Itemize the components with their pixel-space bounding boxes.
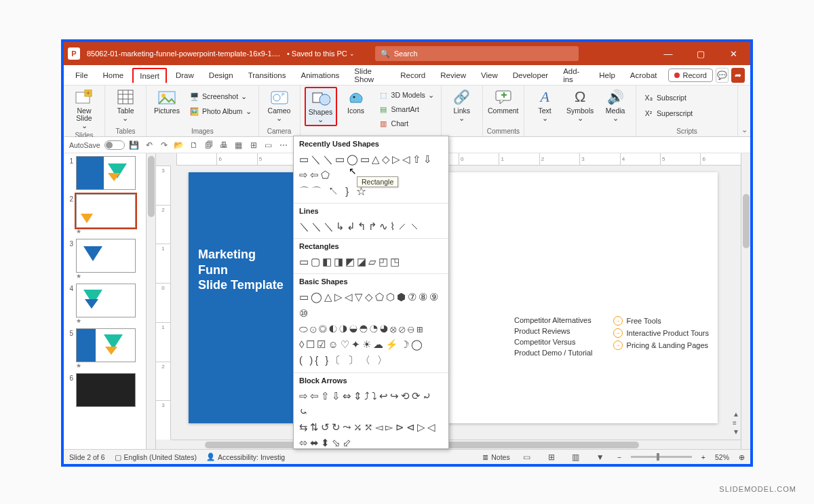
qat-icon[interactable]: 🗐	[204, 140, 214, 151]
share-button[interactable]: ➦	[731, 68, 745, 83]
save-status[interactable]: • Saved to this PC ⌄	[287, 50, 355, 58]
collapse-ribbon-button[interactable]: ⌄	[738, 85, 750, 136]
autosave-toggle[interactable]	[104, 140, 125, 150]
shape-items[interactable]: ▭◯△▷◁▽◇⬠⬡⬢⑦⑧⑨⑩	[299, 289, 443, 321]
fit-button[interactable]: ⊕	[739, 453, 745, 461]
smartart-button[interactable]: ▤SmartArt	[375, 102, 437, 116]
comment-button[interactable]: Comment	[487, 87, 520, 116]
shape-items[interactable]: ◊☐☑☺♡✦☀☁⚡☽◯	[299, 336, 443, 352]
record-button[interactable]: Record	[668, 69, 712, 82]
thumb-5[interactable]: 5★	[64, 328, 146, 369]
qat-icon[interactable]: ⊞	[248, 140, 259, 151]
view-reading[interactable]: ▥	[568, 452, 583, 463]
tab-animations[interactable]: Animations	[294, 69, 345, 82]
pictures-button[interactable]: Pictures	[151, 87, 183, 116]
text-button[interactable]: A Text⌄	[528, 87, 561, 123]
shape-items[interactable]: ( ){ }〔 〕〈 〉	[299, 352, 443, 368]
3d-models-button[interactable]: ⬚3D Models ⌄	[375, 88, 437, 102]
slide-thumbnails: 1 2★ 3★ 4★ 5★ 6	[64, 153, 147, 449]
qat-more[interactable]: ⋯	[278, 140, 289, 151]
horizontal-scrollbar[interactable]	[171, 440, 741, 449]
tab-transitions[interactable]: Transitions	[242, 69, 292, 82]
chart-button[interactable]: ▥Chart	[375, 117, 437, 130]
thumb-2[interactable]: 2★	[64, 194, 146, 235]
qat-icon[interactable]: 🗋	[189, 140, 199, 151]
table-button[interactable]: Table⌄	[109, 87, 142, 123]
superscript-button[interactable]: X²Superscript	[640, 106, 695, 120]
photo-album-button[interactable]: 🖼️Photo Album ⌄	[186, 104, 254, 118]
tab-developer[interactable]: Developer	[507, 69, 554, 82]
tab-help[interactable]: Help	[593, 69, 621, 82]
svg-rect-4	[118, 90, 133, 104]
language-indicator[interactable]: ▢ English (United States)	[115, 453, 197, 461]
thumbnail-scrollbar[interactable]	[147, 153, 156, 449]
view-normal[interactable]: ▭	[520, 452, 535, 463]
ribbon-group-text: A Text⌄ Ω Symbols⌄ 🔊 Media⌄	[524, 85, 636, 136]
tab-acrobat[interactable]: Acrobat	[624, 69, 663, 82]
view-sorter[interactable]: ⊞	[544, 452, 559, 463]
thumb-1[interactable]: 1	[64, 156, 146, 190]
tab-insert[interactable]: Insert	[132, 68, 167, 83]
save-icon[interactable]: 💾	[129, 140, 140, 151]
zoom-in[interactable]: +	[701, 453, 705, 461]
shape-items[interactable]: ⇆⇅↺↻⤳⤰⤱◅▻⊳⊲▷◁	[299, 419, 443, 435]
shape-items[interactable]: ▭▢◧◨◩◪▱◰◳	[299, 254, 443, 269]
symbols-button[interactable]: Ω Symbols⌄	[564, 87, 596, 123]
new-slide-button[interactable]: New Slide⌄	[68, 87, 100, 131]
ribbon-tabs: File Home Insert Draw Design Transitions…	[64, 65, 750, 85]
tab-addins[interactable]: Add-ins	[557, 64, 590, 86]
zoom-slider[interactable]	[631, 456, 692, 458]
shape-items[interactable]: ⬭⊙◎◐◑◒◓◔◕⊗⊘⊖⊞	[299, 321, 443, 336]
thumb-3[interactable]: 3★	[64, 239, 146, 279]
zoom-level[interactable]: 52%	[715, 453, 729, 461]
cameo-button[interactable]: P Cameo⌄	[263, 87, 296, 123]
thumb-6[interactable]: 6	[64, 373, 146, 407]
links-button[interactable]: 🔗 Links⌄	[446, 87, 478, 123]
redo-icon[interactable]: ↷	[159, 140, 170, 151]
screenshot-button[interactable]: 🖥️Screenshot ⌄	[186, 90, 254, 103]
qat-icon[interactable]: 🖶	[218, 140, 229, 151]
tab-file[interactable]: File	[69, 69, 94, 82]
shape-items[interactable]: ＼＼＼↳↲↰↱∿⌇⟋⟍	[299, 218, 443, 234]
shape-items[interactable]: ⬄⬌⬍⬂⬃	[299, 435, 443, 449]
arrow-icon: →	[613, 328, 623, 338]
comments-pane-button[interactable]: 💬	[716, 68, 729, 83]
svg-point-15	[319, 94, 330, 105]
shapes-cat-basic: Basic Shapes	[299, 277, 443, 286]
qat-icon[interactable]: ▭	[263, 140, 274, 151]
smartart-icon: ▤	[378, 104, 389, 115]
qat-icon[interactable]: ▦	[233, 140, 244, 151]
vertical-ruler: 3210123	[156, 166, 171, 440]
icons-button[interactable]: Icons	[340, 87, 372, 116]
accessibility-indicator[interactable]: 👤 Accessibility: Investig	[206, 452, 285, 461]
shape-items[interactable]: ⇨⇦⇧⇩⇔⇕⤴⤵↩↪⟲⟳⤾⤿	[299, 388, 443, 420]
symbols-icon: Ω	[570, 88, 589, 106]
slide-title-panel: Marketing FunnSlide Template	[189, 172, 297, 423]
shapes-button[interactable]: Shapes⌄	[305, 87, 337, 126]
open-icon[interactable]: 📂	[174, 140, 185, 151]
tab-home[interactable]: Home	[97, 69, 130, 82]
search-input[interactable]: 🔍 Search	[375, 46, 579, 61]
tab-design[interactable]: Design	[203, 69, 239, 82]
maximize-button[interactable]: ▢	[688, 42, 714, 65]
powerpoint-window: P 85062-01-marketing-funnel-powerpoint-t…	[61, 39, 753, 467]
tab-record[interactable]: Record	[394, 69, 431, 82]
horizontal-ruler: 6543210123456	[176, 153, 741, 166]
ribbon-group-camera: P Cameo⌄ Camera	[259, 85, 301, 136]
tab-review[interactable]: Review	[434, 69, 472, 82]
close-button[interactable]: ✕	[720, 42, 746, 65]
notes-button[interactable]: ≣ Notes	[482, 453, 509, 461]
slide-nav-buttons[interactable]: ▲≡▼	[733, 410, 739, 435]
tab-view[interactable]: View	[475, 69, 504, 82]
view-slideshow[interactable]: ▼	[593, 452, 608, 463]
undo-icon[interactable]: ↶	[144, 140, 155, 151]
subscript-button[interactable]: X₂Subscript	[640, 91, 689, 104]
slide[interactable]: Marketing FunnSlide Template Competitor …	[189, 172, 718, 423]
zoom-out[interactable]: −	[617, 453, 621, 461]
tab-draw[interactable]: Draw	[170, 69, 200, 82]
minimize-button[interactable]: —	[655, 42, 681, 65]
vertical-scrollbar[interactable]	[741, 153, 750, 449]
tab-slideshow[interactable]: Slide Show	[348, 64, 391, 86]
media-button[interactable]: 🔊 Media⌄	[599, 87, 632, 123]
thumb-4[interactable]: 4★	[64, 284, 146, 324]
